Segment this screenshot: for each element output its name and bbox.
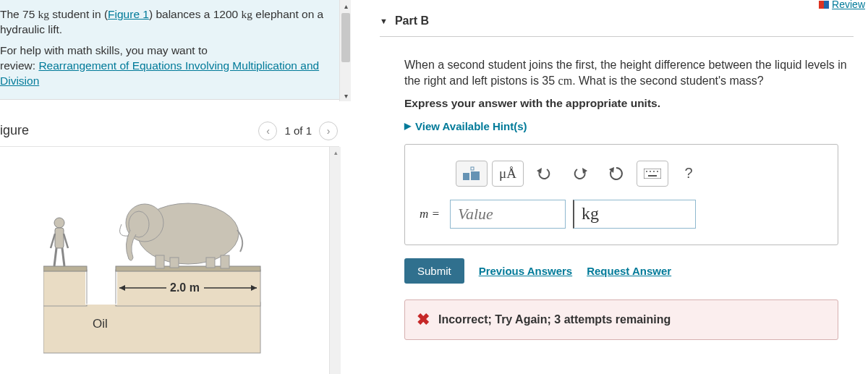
svg-point-33: [650, 171, 651, 172]
help-text-1: For help with math skills, you may want …: [0, 44, 208, 56]
variable-label: m =: [420, 207, 443, 221]
templates-icon: [461, 166, 482, 182]
svg-rect-1: [43, 270, 87, 306]
help-button[interactable]: ?: [673, 161, 705, 187]
svg-rect-31: [644, 169, 661, 179]
svg-line-13: [64, 234, 68, 248]
svg-point-35: [657, 171, 658, 172]
unit-input[interactable]: kg: [573, 200, 696, 229]
unit-cm: cm: [558, 75, 573, 87]
svg-rect-25: [463, 173, 469, 180]
view-hints-button[interactable]: ▶ View Available Hint(s): [404, 120, 854, 132]
svg-rect-9: [55, 228, 64, 248]
svg-rect-3: [85, 270, 117, 305]
unit-kg-2: kg: [241, 8, 252, 20]
svg-rect-6: [43, 266, 87, 271]
feedback-text: Incorrect; Try Again; 3 attempts remaini…: [438, 313, 671, 326]
svg-rect-20: [221, 255, 229, 268]
mu-a-label: μÅ: [499, 166, 516, 182]
request-answer-link[interactable]: Request Answer: [587, 265, 671, 277]
svg-rect-19: [206, 258, 215, 268]
figure-scroll-up-icon[interactable]: ▴: [330, 147, 341, 158]
previous-answers-link[interactable]: Previous Answers: [479, 265, 573, 277]
svg-point-8: [54, 218, 64, 228]
problem-text-1: The 75: [0, 8, 38, 20]
scroll-down-icon[interactable]: ▾: [340, 90, 352, 101]
keyboard-button[interactable]: [637, 161, 668, 187]
math-skills-link[interactable]: Rearrangement of Equations Involving Mul…: [0, 59, 319, 87]
part-header[interactable]: ▼ Part B: [380, 9, 854, 37]
figure-title: igure: [0, 123, 29, 138]
scroll-up-icon[interactable]: ▴: [340, 0, 352, 12]
svg-line-12: [51, 234, 55, 248]
unit-kg-1: kg: [38, 8, 50, 20]
hydraulic-lift-figure: 2.0 m Oil: [43, 172, 268, 360]
answer-input-row: m = kg: [420, 200, 823, 229]
svg-line-11: [62, 248, 64, 266]
problem-statement: The 75 kg student in (Figure 1) balances…: [0, 0, 351, 100]
incorrect-x-icon: ✖: [417, 310, 430, 329]
reset-button[interactable]: [600, 161, 632, 187]
pager-prev-button[interactable]: ‹: [258, 122, 277, 140]
svg-marker-30: [609, 167, 614, 173]
caret-down-icon: ▼: [380, 17, 388, 25]
express-instructions: Express your answer with the appropriate…: [404, 97, 854, 110]
svg-rect-27: [471, 171, 480, 180]
submit-button[interactable]: Submit: [404, 258, 464, 284]
problem-text-2: student in (: [49, 8, 108, 20]
undo-button[interactable]: [528, 161, 560, 187]
svg-rect-0: [43, 302, 260, 353]
redo-icon: [573, 167, 587, 180]
figure-oil-label: Oil: [93, 317, 108, 331]
pager-next-button[interactable]: ›: [319, 122, 338, 140]
question-text-2: . What is the second student's mass?: [572, 75, 764, 87]
feedback-box: ✖ Incorrect; Try Again; 3 attempts remai…: [404, 299, 838, 340]
svg-line-10: [54, 248, 56, 266]
right-column: Review ▼ Part B When a second student jo…: [351, 0, 868, 374]
left-column: The 75 kg student in (Figure 1) balances…: [0, 0, 351, 374]
value-input[interactable]: [450, 200, 566, 229]
caret-right-icon: ▶: [404, 121, 411, 131]
reset-icon: [609, 166, 624, 181]
unit-symbol-button[interactable]: μÅ: [492, 161, 524, 187]
problem-scrollbar[interactable]: ▴ ▾: [339, 0, 351, 101]
toolbar: μÅ ?: [456, 161, 823, 187]
figure-distance-label: 2.0 m: [170, 281, 200, 294]
svg-point-32: [646, 171, 647, 172]
templates-button[interactable]: [456, 161, 488, 187]
flag-icon: [819, 1, 829, 9]
submit-row: Submit Previous Answers Request Answer: [404, 258, 854, 284]
svg-rect-36: [648, 175, 657, 177]
figure-area: 2.0 m Oil ▴: [0, 146, 339, 374]
svg-point-34: [653, 171, 655, 172]
answer-panel: μÅ ? m =: [404, 144, 838, 245]
review-label: Review: [832, 0, 865, 10]
figure-header: igure ‹ 1 of 1 ›: [0, 100, 351, 146]
pager-text: 1 of 1: [281, 124, 315, 137]
figure-1-link[interactable]: Figure 1: [108, 8, 149, 20]
figure-pager: ‹ 1 of 1 ›: [258, 122, 338, 140]
review-link[interactable]: Review: [819, 0, 865, 10]
svg-rect-7: [116, 266, 260, 271]
svg-rect-17: [156, 255, 164, 268]
scroll-thumb[interactable]: [341, 13, 350, 62]
svg-rect-26: [471, 167, 474, 170]
problem-text-3: ) balances a 1200: [149, 8, 242, 20]
part-title: Part B: [395, 14, 429, 27]
undo-icon: [537, 167, 551, 180]
figure-scrollbar[interactable]: ▴: [329, 147, 341, 374]
svg-rect-18: [170, 258, 179, 268]
keyboard-icon: [644, 169, 661, 179]
question-body: When a second student joins the first, t…: [380, 37, 854, 340]
hints-label: View Available Hint(s): [415, 120, 527, 132]
redo-button[interactable]: [564, 161, 596, 187]
help-text-2: review:: [0, 59, 38, 72]
